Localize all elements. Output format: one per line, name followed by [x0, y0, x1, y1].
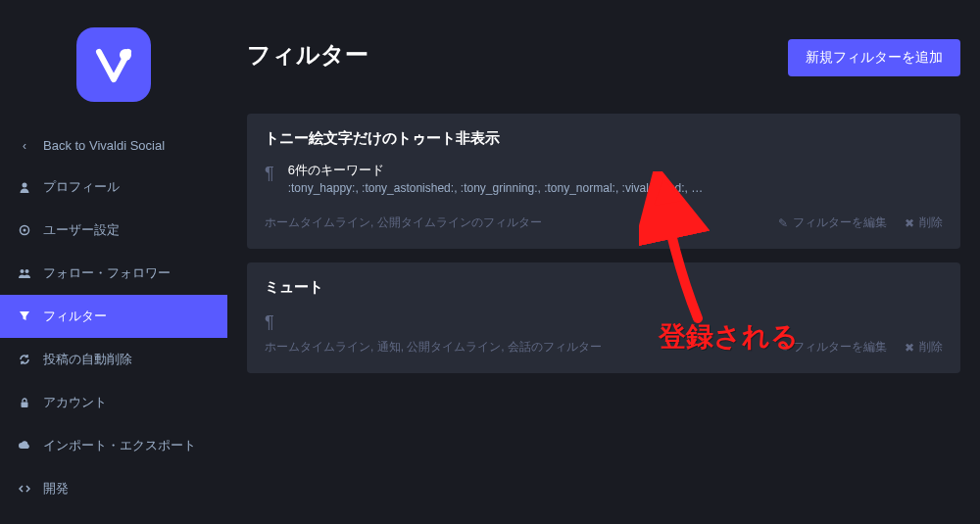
main-content: フィルター 新規フィルターを追加 トニー絵文字だけのトゥート非表示 ¶ 6件のキ… — [227, 0, 980, 524]
lock-icon — [18, 396, 31, 409]
nav-label: アカウント — [43, 394, 107, 411]
code-icon — [18, 482, 31, 496]
filter-title: トニー絵文字だけのトゥート非表示 — [265, 129, 943, 148]
close-icon: ✖ — [905, 216, 914, 230]
edit-filter-link[interactable]: ✎ フィルターを編集 — [778, 214, 887, 231]
nav-label: インポート・エクスポート — [43, 437, 196, 454]
sidebar-item-profile[interactable]: プロフィール — [0, 166, 227, 209]
filter-card: ミュート ¶ ホームタイムライン, 通知, 公開タイムライン, 会話のフィルター… — [247, 262, 960, 373]
sidebar: ‹ Back to Vivaldi Social プロフィール ユーザー設定 フ… — [0, 0, 227, 524]
filter-footer: ホームタイムライン, 公開タイムラインのフィルター ✎ フィルターを編集 ✖ 削… — [265, 214, 943, 231]
filter-contexts: ホームタイムライン, 公開タイムラインのフィルター — [265, 214, 778, 231]
svg-point-4 — [21, 269, 24, 273]
new-filter-button[interactable]: 新規フィルターを追加 — [788, 39, 960, 76]
nav-label: ユーザー設定 — [43, 221, 120, 239]
user-icon — [18, 180, 31, 194]
vivaldi-logo[interactable] — [76, 27, 151, 102]
close-icon: ✖ — [905, 341, 914, 355]
nav-label: フィルター — [43, 308, 107, 325]
delete-filter-link[interactable]: ✖ 削除 — [905, 214, 943, 231]
filter-card: トニー絵文字だけのトゥート非表示 ¶ 6件のキーワード :tony_happy:… — [247, 114, 960, 249]
logo-wrap — [0, 0, 227, 125]
svg-point-1 — [23, 183, 27, 188]
edit-label: フィルターを編集 — [793, 214, 887, 231]
cloud-icon — [18, 439, 31, 453]
delete-label: 削除 — [919, 214, 943, 231]
sidebar-item-account[interactable]: アカウント — [0, 381, 227, 424]
filter-footer: ホームタイムライン, 通知, 公開タイムライン, 会話のフィルター ✎ フィルタ… — [265, 339, 943, 356]
filter-icon — [18, 310, 31, 323]
filter-meta: 6件のキーワード :tony_happy:, :tony_astonished:… — [288, 162, 943, 209]
filter-body: ¶ 6件のキーワード :tony_happy:, :tony_astonishe… — [265, 162, 943, 209]
filter-body: ¶ — [265, 310, 943, 333]
keyword-list: :tony_happy:, :tony_astonished:, :tony_g… — [288, 181, 943, 195]
svg-point-3 — [24, 229, 26, 232]
edit-label: フィルターを編集 — [793, 339, 887, 356]
filter-actions: ✎ フィルターを編集 ✖ 削除 — [778, 339, 943, 356]
gear-icon — [18, 223, 31, 237]
sidebar-item-development[interactable]: 開発 — [0, 467, 227, 510]
filter-title: ミュート — [265, 278, 943, 297]
svg-point-0 — [120, 49, 131, 61]
svg-point-5 — [25, 269, 29, 273]
nav-label: 投稿の自動削除 — [43, 351, 132, 368]
back-to-vivaldi[interactable]: ‹ Back to Vivaldi Social — [0, 125, 227, 166]
vivaldi-logo-icon — [91, 42, 136, 87]
page-title: フィルター — [247, 39, 368, 71]
svg-rect-6 — [22, 403, 28, 408]
chevron-left-icon: ‹ — [18, 139, 31, 153]
refresh-icon — [18, 353, 31, 366]
filter-actions: ✎ フィルターを編集 ✖ 削除 — [778, 214, 943, 231]
page-header: フィルター 新規フィルターを追加 — [247, 39, 960, 76]
pencil-icon: ✎ — [778, 216, 788, 230]
delete-filter-link[interactable]: ✖ 削除 — [905, 339, 943, 356]
nav-label: 開発 — [43, 480, 69, 498]
sidebar-item-follows[interactable]: フォロー・フォロワー — [0, 252, 227, 295]
pilcrow-icon: ¶ — [265, 312, 274, 333]
people-icon — [18, 266, 31, 280]
annotation-text: 登録される — [659, 318, 799, 356]
sidebar-item-preferences[interactable]: ユーザー設定 — [0, 209, 227, 252]
sidebar-item-autodelete[interactable]: 投稿の自動削除 — [0, 338, 227, 381]
nav-label: プロフィール — [43, 178, 120, 196]
nav: ‹ Back to Vivaldi Social プロフィール ユーザー設定 フ… — [0, 125, 227, 510]
delete-label: 削除 — [919, 339, 943, 356]
sidebar-item-import-export[interactable]: インポート・エクスポート — [0, 424, 227, 467]
nav-label: フォロー・フォロワー — [43, 264, 171, 282]
keyword-count: 6件のキーワード — [288, 162, 943, 179]
nav-label: Back to Vivaldi Social — [43, 138, 165, 153]
pilcrow-icon: ¶ — [265, 164, 274, 184]
sidebar-item-filters[interactable]: フィルター — [0, 295, 227, 338]
